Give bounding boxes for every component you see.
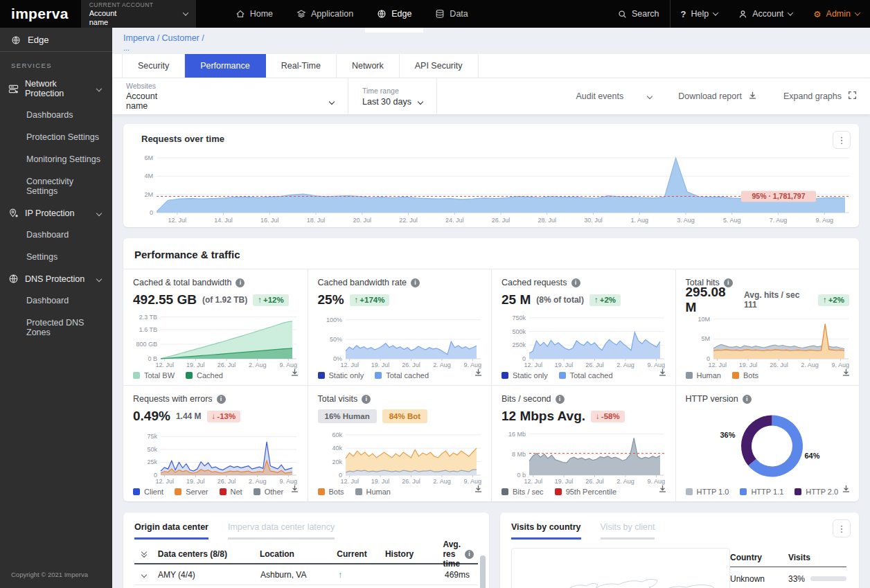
- help-menu[interactable]: ? Help: [671, 0, 729, 28]
- legend-label: HTTP 1.0: [697, 488, 729, 496]
- download-icon[interactable]: [658, 483, 667, 496]
- websites-filter[interactable]: Websites Account name: [112, 82, 348, 112]
- performance-traffic-title: Performance & traffic: [123, 238, 859, 269]
- sidebar-item-protection-settings[interactable]: Protection Settings: [0, 126, 112, 148]
- metric-value: 492.55 GB: [133, 292, 197, 308]
- scrollbar[interactable]: [480, 555, 486, 588]
- legend-label: Bots: [329, 488, 344, 496]
- info-icon[interactable]: i: [743, 395, 752, 404]
- metric-title: HTTP version: [686, 394, 738, 404]
- svg-text:20. Jul: 20. Jul: [353, 217, 372, 224]
- metric-title: Cached requests: [501, 278, 567, 287]
- metric-card-http-version: HTTP version i 36%64% HTTP 1.0HTTP 1.1HT…: [675, 385, 860, 501]
- tab-real-time[interactable]: Real-Time: [266, 54, 337, 78]
- legend-swatch: [318, 372, 325, 379]
- nav-item-application[interactable]: Application: [285, 0, 365, 28]
- svg-text:36%: 36%: [720, 431, 735, 439]
- metric-value: 12 Mbps Avg.: [501, 409, 585, 424]
- current-account-selector[interactable]: CURRENT ACCOUNT Account name: [81, 0, 196, 28]
- sidebar-item-protected-dns-zones[interactable]: Protected DNS Zones: [0, 312, 112, 344]
- chevron-down-icon[interactable]: [141, 571, 147, 577]
- legend-label: Bots: [743, 371, 758, 380]
- download-icon[interactable]: [658, 367, 667, 380]
- kebab-menu[interactable]: ⋮: [833, 131, 851, 149]
- ip-protection-icon: [8, 208, 19, 218]
- sidebar-group-network-protection[interactable]: Network Protection: [0, 73, 112, 104]
- metric-card-cached-total-bandwidth: Cached & total bandwidth i 492.55 GB(of …: [123, 269, 308, 385]
- world-map: [511, 548, 730, 588]
- svg-text:24. Jul: 24. Jul: [445, 217, 464, 224]
- svg-text:7. Aug: 7. Aug: [770, 217, 788, 224]
- download-icon[interactable]: [474, 367, 483, 380]
- sidebar-item-dashboards[interactable]: Dashboards: [0, 104, 112, 126]
- imperva-logo[interactable]: imperva: [0, 0, 81, 28]
- visits-table: Country Visits Unknown 33%: [730, 548, 846, 588]
- col-visits: Visits: [788, 553, 846, 562]
- download-report-button[interactable]: Download report: [665, 78, 770, 114]
- info-icon[interactable]: i: [571, 278, 580, 287]
- sidebar-group-label: IP Protection: [25, 208, 74, 218]
- audit-events-dropdown[interactable]: Audit events: [562, 78, 665, 114]
- sidebar-item-dashboard[interactable]: Dashboard: [0, 289, 112, 312]
- home-icon: [236, 9, 245, 19]
- info-icon[interactable]: i: [465, 550, 474, 559]
- total-hits-chart: 05M10M12. Jul19. Jul26. Jul2. Aug9. Aug: [686, 311, 850, 369]
- sidebar-group-dns-protection[interactable]: DNS Protection: [0, 268, 112, 289]
- download-icon[interactable]: [290, 483, 299, 496]
- legend-label: Human: [366, 488, 391, 496]
- admin-menu[interactable]: ⚙ Admin: [803, 0, 870, 28]
- svg-text:14. Jul: 14. Jul: [214, 217, 233, 224]
- download-icon[interactable]: [842, 483, 851, 496]
- download-icon[interactable]: [842, 367, 851, 380]
- origin-data-center-card: Origin data centerImperva data center la…: [123, 513, 489, 588]
- trend-badge: ↑+2%: [818, 294, 849, 306]
- tab-imperva-data-center-latency[interactable]: Imperva data center latency: [228, 522, 335, 540]
- tab-api-security[interactable]: API Security: [400, 54, 479, 78]
- nav-item-edge[interactable]: Edge: [365, 0, 423, 28]
- visits-bar: [810, 576, 846, 581]
- nav-item-label: Edge: [391, 9, 411, 19]
- scrollbar-thumb[interactable]: [480, 555, 486, 588]
- tab-visits-by-country[interactable]: Visits by country: [511, 522, 581, 540]
- nav-item-home[interactable]: Home: [224, 0, 285, 28]
- chevron-down-icon: [418, 98, 423, 104]
- col-country: Country: [730, 553, 788, 562]
- svg-text:12. Jul: 12. Jul: [524, 362, 542, 368]
- download-icon[interactable]: [474, 483, 483, 496]
- nav-item-data[interactable]: Data: [423, 0, 479, 28]
- info-icon[interactable]: i: [236, 278, 245, 287]
- svg-text:19. Jul: 19. Jul: [186, 362, 205, 368]
- info-icon[interactable]: i: [217, 395, 226, 404]
- sidebar-item-connectivity-settings[interactable]: Connectivity Settings: [0, 170, 112, 202]
- svg-text:16 Mb: 16 Mb: [508, 431, 526, 438]
- svg-text:19. Jul: 19. Jul: [371, 362, 389, 368]
- kebab-menu[interactable]: ⋮: [833, 519, 851, 537]
- time-range-filter[interactable]: Time range Last 30 days: [348, 87, 436, 107]
- breadcrumb[interactable]: Imperva / Customer / ...: [112, 28, 870, 54]
- metric-value-row: 295.08 MAvg. hits / sec 111↑+2%: [686, 292, 850, 308]
- account-menu[interactable]: Account: [728, 0, 803, 28]
- tab-security[interactable]: Security: [122, 54, 185, 78]
- legend-swatch: [501, 488, 508, 495]
- svg-text:12. Jul: 12. Jul: [340, 362, 359, 368]
- sidebar-item-monitoring-settings[interactable]: Monitoring Settings: [0, 148, 112, 170]
- tab-performance[interactable]: Performance: [185, 54, 266, 78]
- share-pill: 84% Bot: [382, 409, 427, 423]
- info-icon[interactable]: i: [362, 395, 371, 404]
- tab-origin-data-center[interactable]: Origin data center: [134, 522, 208, 540]
- sidebar-item-settings[interactable]: Settings: [0, 246, 112, 268]
- expand-all-icon[interactable]: [142, 551, 146, 557]
- sidebar-group-ip-protection[interactable]: IP Protection: [0, 202, 112, 224]
- tab-network[interactable]: Network: [337, 54, 400, 78]
- tab-visits-by-client[interactable]: Visits by client: [601, 522, 655, 540]
- sidebar-item-dashboard[interactable]: Dashboard: [0, 224, 112, 246]
- download-icon[interactable]: [290, 367, 299, 380]
- audit-events-label: Audit events: [576, 91, 623, 101]
- sidebar-item-edge[interactable]: Edge: [0, 28, 112, 51]
- metric-card-total-hits: Total hits i 295.08 MAvg. hits / sec 111…: [675, 269, 860, 385]
- info-icon[interactable]: i: [411, 278, 420, 287]
- info-icon[interactable]: i: [556, 395, 565, 404]
- expand-graphs-button[interactable]: Expand graphs: [770, 78, 870, 114]
- svg-text:75k: 75k: [147, 433, 157, 440]
- search-button[interactable]: Search: [607, 0, 670, 28]
